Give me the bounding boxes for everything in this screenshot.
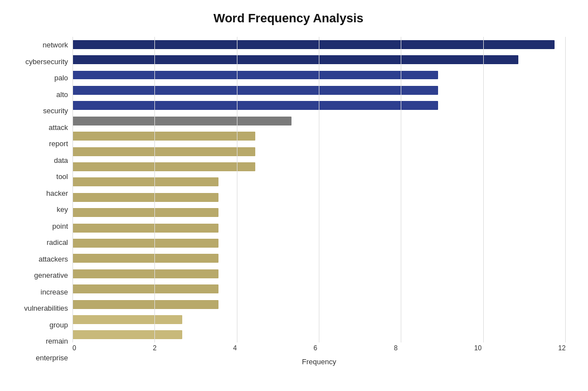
- bar-row: [72, 251, 566, 266]
- chart-container: Word Frequency Analysis networkcybersecu…: [0, 0, 588, 391]
- bar-row: [72, 175, 566, 190]
- y-label: group: [11, 317, 72, 334]
- bar-row: [72, 327, 566, 342]
- bar: [72, 284, 218, 293]
- x-axis-label: Frequency: [72, 358, 566, 366]
- bar: [72, 208, 218, 217]
- bar-row: [72, 297, 566, 312]
- bar-row: [72, 282, 566, 297]
- bar: [72, 315, 182, 324]
- bar-row: [72, 144, 566, 159]
- bar-row: [72, 235, 566, 250]
- bar-row: [72, 190, 566, 205]
- bar-row: [72, 159, 566, 174]
- x-tick: 0: [72, 344, 76, 352]
- x-tick: 6: [313, 344, 317, 352]
- y-label: data: [11, 152, 72, 169]
- y-label: point: [11, 218, 72, 235]
- y-label: vulnerabilities: [11, 300, 72, 317]
- bars-rows: [72, 37, 566, 356]
- y-label: key: [11, 201, 72, 218]
- y-label: generative: [11, 267, 72, 284]
- bar: [72, 330, 182, 339]
- bar-row: [72, 312, 566, 327]
- y-label: remain: [11, 333, 72, 350]
- y-label: tool: [11, 168, 72, 185]
- y-label: security: [11, 103, 72, 119]
- x-tick: 8: [394, 344, 398, 352]
- x-tick: 12: [558, 344, 566, 352]
- x-axis: 024681012: [72, 342, 566, 356]
- bars-and-grid: 024681012: [72, 37, 566, 356]
- bar: [72, 177, 218, 186]
- x-tick: 4: [233, 344, 237, 352]
- y-label: enterprise: [11, 350, 72, 366]
- bar: [72, 101, 438, 110]
- bar: [72, 239, 218, 248]
- y-label: radical: [11, 234, 72, 251]
- bar-row: [72, 113, 566, 128]
- bar: [72, 254, 218, 263]
- bar: [72, 162, 255, 171]
- y-label: hacker: [11, 185, 72, 202]
- x-tick: 2: [153, 344, 157, 352]
- bar: [72, 40, 555, 49]
- y-label: increase: [11, 284, 72, 301]
- y-label: network: [11, 37, 72, 54]
- bar-row: [72, 98, 566, 113]
- bar: [72, 147, 255, 156]
- bar: [72, 86, 438, 95]
- bar-row: [72, 67, 566, 83]
- y-label: attack: [11, 119, 72, 136]
- y-label: report: [11, 136, 72, 152]
- bar: [72, 132, 255, 141]
- bar: [72, 193, 218, 202]
- bar-row: [72, 83, 566, 98]
- bar: [72, 55, 518, 64]
- y-label: attackers: [11, 251, 72, 268]
- bar-row: [72, 266, 566, 281]
- bar: [72, 117, 291, 125]
- x-tick: 10: [474, 344, 482, 352]
- y-label: alto: [11, 86, 72, 103]
- bar: [72, 269, 218, 278]
- y-labels: networkcybersecuritypaloaltosecurityatta…: [11, 37, 72, 366]
- bar-row: [72, 52, 566, 67]
- chart-area: networkcybersecuritypaloaltosecurityatta…: [11, 37, 566, 366]
- bar-row: [72, 205, 566, 220]
- bar: [72, 224, 218, 233]
- y-label: palo: [11, 70, 72, 86]
- bar-row: [72, 128, 566, 143]
- bar-row: [72, 220, 566, 235]
- bar: [72, 300, 218, 309]
- chart-title: Word Frequency Analysis: [11, 11, 566, 26]
- bar: [72, 71, 438, 80]
- bar-row: [72, 37, 566, 52]
- y-label: cybersecurity: [11, 54, 72, 70]
